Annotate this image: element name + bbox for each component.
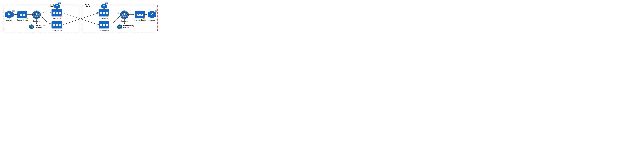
eu-gateway-k-letter: K [8, 12, 10, 16]
eu-grid-label1: Grid Intensity [35, 25, 46, 27]
eu-dispatch-queue-box: 🔥 [18, 11, 27, 18]
na-bq-env-2 [103, 24, 105, 26]
na-gateway-n-badge: n [155, 10, 157, 12]
na-dispatcher-globe [120, 10, 129, 19]
na-bridge-queue-box [98, 21, 109, 29]
eu-grid-text: Grid Intensity Provider [35, 25, 46, 29]
na-jq-env-1 [100, 12, 102, 13]
eu-pod-badge: pod [58, 2, 61, 4]
eu-bridge-queue: Bridge Queue [52, 21, 62, 31]
bq-env-1 [52, 24, 55, 26]
na-dispatch-queue-box: 🔥 [135, 11, 145, 18]
eu-pod: pod [54, 3, 60, 9]
na-job-queue: 🔥 Job Queue [98, 9, 109, 19]
na-gateway-label: Gateway [149, 19, 155, 21]
bq-env-2 [56, 24, 58, 26]
eu-job-queue: 🔥 Job Queue [52, 9, 62, 19]
jq-env-2 [56, 12, 58, 13]
eu-grid-provider-inner: Grid Intensity Provider [29, 24, 46, 30]
na-grid-provider: Grid Intensity Provider [117, 24, 134, 30]
na-job-queue-box: 🔥 [98, 9, 109, 16]
na-pod: pod [101, 3, 107, 9]
na-grid-globe-icon [117, 24, 122, 30]
eu-pod-hex: pod [54, 3, 60, 9]
eu-grid-label2: Provider [35, 27, 46, 29]
na-dispatch-queue: 🔥 Dispatch Queue [134, 11, 146, 21]
jq-env-1 [52, 12, 55, 13]
na-env-1 [137, 14, 140, 15]
eu-gateway-hex: K n [5, 10, 14, 18]
eu-gateway-n-badge: n [12, 10, 15, 12]
na-env-2 [140, 14, 143, 15]
na-dispatch-fire: 🔥 [143, 17, 146, 19]
architecture-diagram: EU NA K n Gateway 🔥 Dispatch Queue [2, 2, 159, 34]
eu-dispatch-fire: 🔥 [25, 17, 28, 19]
na-gateway-hex: K n [147, 10, 156, 18]
na-job-fire: 🔥 [107, 15, 110, 17]
na-bridge-queue-label: Bridge Queue [99, 29, 109, 31]
bq-env-3 [58, 24, 61, 26]
na-grid-label2: Provider [123, 27, 134, 29]
eu-gateway-label: Gateway [6, 19, 12, 21]
na-grid-text: Grid Intensity Provider [123, 25, 134, 29]
eu-job-queue-label: Job Queue [53, 17, 61, 19]
na-bq-env-3 [106, 24, 108, 26]
envelope-1 [20, 14, 22, 15]
eu-grid-globe-icon [29, 24, 34, 30]
na-job-queue-label: Job Queue [100, 17, 108, 19]
na-gateway-k-letter: K [151, 12, 153, 16]
na-bridge-queue: Bridge Queue [98, 21, 109, 31]
envelope-2 [22, 14, 25, 15]
na-dispatcher-label: Dispatcher [121, 20, 128, 22]
eu-job-fire: 🔥 [60, 15, 63, 17]
na-jq-env-2 [103, 12, 105, 13]
na-grid-label1: Grid Intensity [123, 25, 134, 27]
eu-job-queue-box: 🔥 [52, 9, 62, 16]
na-pod-hex: pod [101, 3, 107, 9]
na-jq-env-3 [106, 12, 108, 13]
na-grid-provider-inner: Grid Intensity Provider [117, 24, 134, 30]
eu-dispatcher-label: Dispatcher [33, 20, 40, 22]
eu-bridge-queue-label: Bridge Queue [52, 29, 62, 31]
eu-grid-provider: Grid Intensity Provider [29, 24, 46, 30]
na-label: NA [84, 3, 91, 7]
eu-gateway: K n Gateway [5, 10, 14, 21]
eu-dispatcher-globe [32, 10, 41, 19]
eu-bridge-queue-box [52, 21, 62, 29]
na-pod-badge: pod [105, 2, 108, 4]
eu-dispatcher: Dispatcher [32, 10, 41, 22]
eu-dispatch-queue: 🔥 Dispatch Queue [17, 11, 28, 21]
na-gateway: K n Gateway [147, 10, 156, 21]
na-bq-env-1 [100, 24, 102, 26]
na-dispatcher: Dispatcher [120, 10, 129, 22]
jq-env-3 [58, 12, 61, 13]
